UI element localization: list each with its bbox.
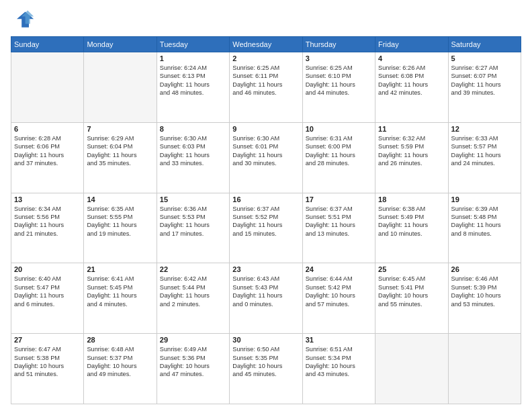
day-info: Sunrise: 6:28 AM Sunset: 6:06 PM Dayligh… bbox=[14, 134, 81, 168]
day-number: 29 bbox=[160, 336, 226, 344]
day-number: 31 bbox=[306, 336, 372, 344]
day-number: 12 bbox=[451, 125, 518, 133]
calendar-cell: 31Sunrise: 6:51 AM Sunset: 5:34 PM Dayli… bbox=[302, 334, 375, 404]
calendar-cell: 10Sunrise: 6:31 AM Sunset: 6:00 PM Dayli… bbox=[302, 122, 375, 193]
day-number: 23 bbox=[232, 265, 299, 273]
day-number: 3 bbox=[306, 54, 372, 62]
calendar-cell: 17Sunrise: 6:37 AM Sunset: 5:51 PM Dayli… bbox=[302, 193, 375, 263]
day-number: 25 bbox=[378, 265, 445, 273]
day-info: Sunrise: 6:37 AM Sunset: 5:52 PM Dayligh… bbox=[232, 205, 299, 238]
day-info: Sunrise: 6:31 AM Sunset: 6:00 PM Dayligh… bbox=[306, 134, 372, 168]
day-number: 6 bbox=[14, 125, 81, 133]
day-info: Sunrise: 6:25 AM Sunset: 6:10 PM Dayligh… bbox=[306, 64, 372, 97]
day-info: Sunrise: 6:44 AM Sunset: 5:42 PM Dayligh… bbox=[306, 275, 372, 308]
calendar-week-row: 20Sunrise: 6:40 AM Sunset: 5:47 PM Dayli… bbox=[11, 263, 521, 334]
day-info: Sunrise: 6:43 AM Sunset: 5:43 PM Dayligh… bbox=[232, 275, 299, 308]
day-number: 21 bbox=[87, 265, 153, 273]
weekday-header: Monday bbox=[84, 37, 157, 52]
day-info: Sunrise: 6:27 AM Sunset: 6:07 PM Dayligh… bbox=[451, 64, 518, 97]
day-info: Sunrise: 6:47 AM Sunset: 5:38 PM Dayligh… bbox=[14, 345, 81, 379]
weekday-header: Wednesday bbox=[230, 37, 302, 52]
calendar-cell: 7Sunrise: 6:29 AM Sunset: 6:04 PM Daylig… bbox=[84, 122, 157, 193]
calendar-cell: 14Sunrise: 6:35 AM Sunset: 5:55 PM Dayli… bbox=[84, 193, 157, 263]
calendar-week-row: 1Sunrise: 6:24 AM Sunset: 6:13 PM Daylig… bbox=[11, 52, 521, 123]
calendar-cell: 18Sunrise: 6:38 AM Sunset: 5:49 PM Dayli… bbox=[375, 193, 448, 263]
day-number: 14 bbox=[87, 195, 153, 203]
day-number: 17 bbox=[306, 195, 372, 203]
day-number: 10 bbox=[306, 125, 372, 133]
calendar-cell: 4Sunrise: 6:26 AM Sunset: 6:08 PM Daylig… bbox=[375, 52, 448, 123]
day-info: Sunrise: 6:39 AM Sunset: 5:48 PM Dayligh… bbox=[451, 205, 518, 238]
calendar-cell bbox=[448, 334, 521, 404]
calendar-cell: 22Sunrise: 6:42 AM Sunset: 5:44 PM Dayli… bbox=[157, 263, 229, 334]
calendar-cell: 29Sunrise: 6:49 AM Sunset: 5:36 PM Dayli… bbox=[157, 334, 229, 404]
day-number: 11 bbox=[378, 125, 445, 133]
day-info: Sunrise: 6:24 AM Sunset: 6:13 PM Dayligh… bbox=[160, 64, 226, 97]
day-number: 26 bbox=[451, 265, 518, 273]
calendar-cell: 24Sunrise: 6:44 AM Sunset: 5:42 PM Dayli… bbox=[302, 263, 375, 334]
weekday-header: Saturday bbox=[448, 37, 521, 52]
calendar-cell bbox=[84, 52, 157, 123]
calendar-cell: 3Sunrise: 6:25 AM Sunset: 6:10 PM Daylig… bbox=[302, 52, 375, 123]
day-info: Sunrise: 6:40 AM Sunset: 5:47 PM Dayligh… bbox=[14, 275, 81, 308]
weekday-header: Sunday bbox=[11, 37, 84, 52]
logo-icon bbox=[11, 8, 35, 32]
day-info: Sunrise: 6:32 AM Sunset: 5:59 PM Dayligh… bbox=[378, 134, 445, 168]
weekday-header: Thursday bbox=[302, 37, 375, 52]
calendar-cell: 5Sunrise: 6:27 AM Sunset: 6:07 PM Daylig… bbox=[448, 52, 521, 123]
day-number: 15 bbox=[160, 195, 226, 203]
calendar-cell: 6Sunrise: 6:28 AM Sunset: 6:06 PM Daylig… bbox=[11, 122, 84, 193]
day-number: 5 bbox=[451, 54, 518, 62]
day-info: Sunrise: 6:30 AM Sunset: 6:03 PM Dayligh… bbox=[160, 134, 226, 168]
day-info: Sunrise: 6:37 AM Sunset: 5:51 PM Dayligh… bbox=[306, 205, 372, 238]
day-number: 20 bbox=[14, 265, 81, 273]
calendar-cell: 13Sunrise: 6:34 AM Sunset: 5:56 PM Dayli… bbox=[11, 193, 84, 263]
day-number: 4 bbox=[378, 54, 445, 62]
calendar-cell: 19Sunrise: 6:39 AM Sunset: 5:48 PM Dayli… bbox=[448, 193, 521, 263]
day-info: Sunrise: 6:34 AM Sunset: 5:56 PM Dayligh… bbox=[14, 205, 81, 238]
weekday-header: Friday bbox=[375, 37, 448, 52]
day-info: Sunrise: 6:49 AM Sunset: 5:36 PM Dayligh… bbox=[160, 345, 226, 379]
calendar-cell: 27Sunrise: 6:47 AM Sunset: 5:38 PM Dayli… bbox=[11, 334, 84, 404]
day-info: Sunrise: 6:42 AM Sunset: 5:44 PM Dayligh… bbox=[160, 275, 226, 308]
calendar-week-row: 27Sunrise: 6:47 AM Sunset: 5:38 PM Dayli… bbox=[11, 334, 521, 404]
calendar-cell bbox=[11, 52, 84, 123]
day-number: 27 bbox=[14, 336, 81, 344]
day-info: Sunrise: 6:41 AM Sunset: 5:45 PM Dayligh… bbox=[87, 275, 153, 308]
day-number: 22 bbox=[160, 265, 226, 273]
calendar-cell: 2Sunrise: 6:25 AM Sunset: 6:11 PM Daylig… bbox=[230, 52, 302, 123]
day-number: 7 bbox=[87, 125, 153, 133]
day-number: 2 bbox=[232, 54, 299, 62]
calendar-cell: 8Sunrise: 6:30 AM Sunset: 6:03 PM Daylig… bbox=[157, 122, 229, 193]
calendar-cell bbox=[375, 334, 448, 404]
day-info: Sunrise: 6:48 AM Sunset: 5:37 PM Dayligh… bbox=[87, 345, 153, 379]
calendar-cell: 21Sunrise: 6:41 AM Sunset: 5:45 PM Dayli… bbox=[84, 263, 157, 334]
day-number: 1 bbox=[160, 54, 226, 62]
day-info: Sunrise: 6:38 AM Sunset: 5:49 PM Dayligh… bbox=[378, 205, 445, 238]
calendar-cell: 15Sunrise: 6:36 AM Sunset: 5:53 PM Dayli… bbox=[157, 193, 229, 263]
day-info: Sunrise: 6:26 AM Sunset: 6:08 PM Dayligh… bbox=[378, 64, 445, 97]
day-info: Sunrise: 6:33 AM Sunset: 5:57 PM Dayligh… bbox=[451, 134, 518, 168]
weekday-header: Tuesday bbox=[157, 37, 229, 52]
page: SundayMondayTuesdayWednesdayThursdayFrid… bbox=[0, 0, 532, 411]
day-number: 24 bbox=[306, 265, 372, 273]
day-info: Sunrise: 6:51 AM Sunset: 5:34 PM Dayligh… bbox=[306, 345, 372, 379]
day-number: 8 bbox=[160, 125, 226, 133]
calendar-cell: 25Sunrise: 6:45 AM Sunset: 5:41 PM Dayli… bbox=[375, 263, 448, 334]
day-number: 30 bbox=[232, 336, 299, 344]
day-info: Sunrise: 6:36 AM Sunset: 5:53 PM Dayligh… bbox=[160, 205, 226, 238]
calendar-header-row: SundayMondayTuesdayWednesdayThursdayFrid… bbox=[11, 37, 521, 52]
calendar-cell: 26Sunrise: 6:46 AM Sunset: 5:39 PM Dayli… bbox=[448, 263, 521, 334]
calendar-cell: 28Sunrise: 6:48 AM Sunset: 5:37 PM Dayli… bbox=[84, 334, 157, 404]
day-info: Sunrise: 6:35 AM Sunset: 5:55 PM Dayligh… bbox=[87, 205, 153, 238]
day-info: Sunrise: 6:46 AM Sunset: 5:39 PM Dayligh… bbox=[451, 275, 518, 308]
day-number: 19 bbox=[451, 195, 518, 203]
day-info: Sunrise: 6:45 AM Sunset: 5:41 PM Dayligh… bbox=[378, 275, 445, 308]
day-info: Sunrise: 6:25 AM Sunset: 6:11 PM Dayligh… bbox=[232, 64, 299, 97]
calendar-cell: 11Sunrise: 6:32 AM Sunset: 5:59 PM Dayli… bbox=[375, 122, 448, 193]
calendar-week-row: 13Sunrise: 6:34 AM Sunset: 5:56 PM Dayli… bbox=[11, 193, 521, 263]
calendar-cell: 23Sunrise: 6:43 AM Sunset: 5:43 PM Dayli… bbox=[230, 263, 302, 334]
day-number: 18 bbox=[378, 195, 445, 203]
calendar-cell: 12Sunrise: 6:33 AM Sunset: 5:57 PM Dayli… bbox=[448, 122, 521, 193]
header bbox=[11, 8, 521, 32]
